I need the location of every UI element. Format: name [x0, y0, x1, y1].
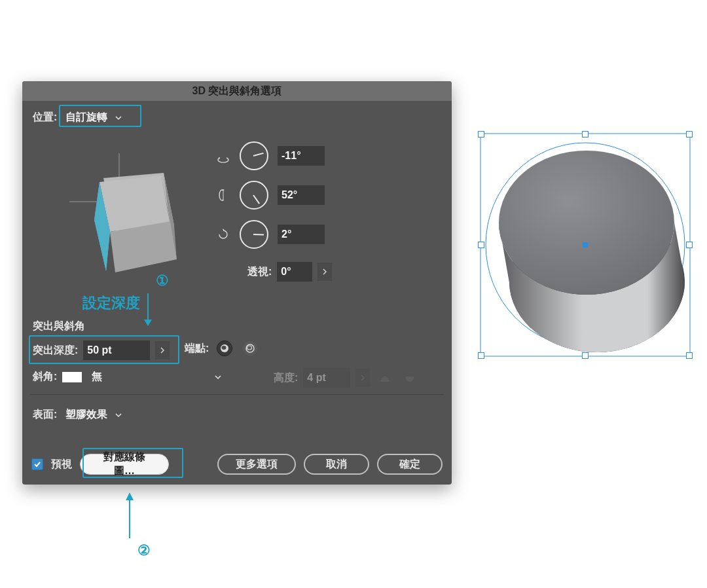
svg-rect-21	[583, 242, 588, 248]
annotation-box-mapart	[82, 448, 183, 478]
selection-handle-tm[interactable]	[582, 131, 589, 138]
more-options-button[interactable]: 更多選項	[217, 454, 296, 475]
position-label: 位置:	[33, 111, 57, 124]
bevel-dropdown[interactable]: 無	[88, 368, 226, 386]
cancel-button[interactable]: 取消	[304, 454, 369, 475]
annotation-box-position	[59, 105, 141, 127]
bevel-height-row: 高度: 4 pt	[274, 368, 420, 388]
chevron-down-icon	[114, 411, 123, 420]
rot-x-row: -11°	[216, 141, 325, 170]
rot-y-row: 52°	[216, 181, 325, 210]
annotation-box-depth	[29, 335, 179, 364]
rotate-x-icon	[216, 149, 230, 163]
annotation-num-1: ①	[156, 272, 169, 289]
bevel-height-label: 高度:	[274, 371, 298, 385]
preview-checkbox[interactable]	[31, 458, 43, 470]
bevel-label: 斜角:	[33, 370, 57, 384]
canvas-object-selected[interactable]	[478, 131, 693, 359]
selection-handle-bm[interactable]	[582, 352, 589, 359]
divider	[30, 394, 444, 395]
rot-x-dial[interactable]	[240, 141, 268, 170]
ok-button[interactable]: 確定	[377, 454, 443, 475]
perspective-stepper[interactable]	[317, 263, 332, 281]
selection-handle-tl[interactable]	[478, 131, 484, 138]
rot-z-field[interactable]: 2°	[278, 225, 325, 244]
perspective-field[interactable]: 0°	[277, 262, 312, 282]
rot-x-field[interactable]: -11°	[278, 146, 325, 166]
cap-off-icon[interactable]	[243, 341, 257, 356]
rot-y-field[interactable]: 52°	[278, 185, 325, 205]
more-options-label: 更多選項	[236, 458, 278, 471]
selection-handle-br[interactable]	[686, 352, 693, 359]
surface-value: 塑膠效果	[65, 408, 107, 422]
surface-row: 表面: 塑膠效果	[33, 406, 126, 424]
ok-label: 確定	[399, 458, 420, 471]
dialog-titlebar: 3D 突出與斜角選項	[22, 81, 452, 101]
bevel-value: 無	[92, 370, 102, 384]
rot-z-dial[interactable]	[240, 220, 268, 249]
dialog-title: 3D 突出與斜角選項	[192, 84, 282, 98]
preview-label: 預視	[51, 458, 72, 471]
annotation-text-depth: 設定深度	[82, 293, 140, 313]
cap-row: 端點:	[185, 340, 260, 356]
bevel-row: 斜角: 無	[33, 368, 226, 386]
selection-handle-tr[interactable]	[686, 131, 693, 138]
rotate-z-icon	[216, 227, 230, 242]
annotation-arrow-2	[124, 492, 135, 538]
svg-point-15	[247, 346, 252, 350]
selection-handle-ml[interactable]	[478, 242, 484, 248]
annotation-num-2: ②	[137, 542, 151, 559]
perspective-row: 透視: 0°	[247, 262, 332, 282]
bevel-out-icon	[403, 371, 417, 385]
stage: 3D 突出與斜角選項 位置: 自訂旋轉	[0, 0, 707, 588]
section-extrude-bevel-title: 突出與斜角	[33, 320, 85, 333]
dialog-body: 位置: 自訂旋轉	[22, 101, 452, 485]
rotation-preview[interactable]	[46, 136, 192, 283]
surface-dropdown[interactable]: 塑膠效果	[62, 406, 126, 424]
svg-point-20	[499, 151, 674, 295]
cap-label: 端點:	[185, 342, 209, 356]
bevel-in-icon	[378, 371, 392, 385]
bevel-preview-swatch	[62, 372, 82, 382]
perspective-label: 透視:	[247, 265, 272, 279]
bevel-height-field: 4 pt	[303, 368, 350, 388]
selection-handle-mr[interactable]	[686, 242, 693, 248]
rotate-y-icon	[216, 188, 230, 202]
svg-point-13	[222, 346, 227, 350]
dialog-3d-extrude-bevel-options: 3D 突出與斜角選項 位置: 自訂旋轉	[22, 81, 452, 485]
surface-label: 表面:	[33, 408, 57, 422]
annotation-arrow-1	[143, 293, 153, 326]
selection-handle-bl[interactable]	[478, 352, 484, 359]
chevron-down-icon	[213, 373, 223, 382]
cancel-label: 取消	[326, 458, 347, 471]
rot-z-row: 2°	[216, 220, 325, 249]
cap-on-icon[interactable]	[217, 340, 232, 356]
bevel-height-stepper	[355, 369, 370, 387]
rot-y-dial[interactable]	[240, 181, 268, 210]
